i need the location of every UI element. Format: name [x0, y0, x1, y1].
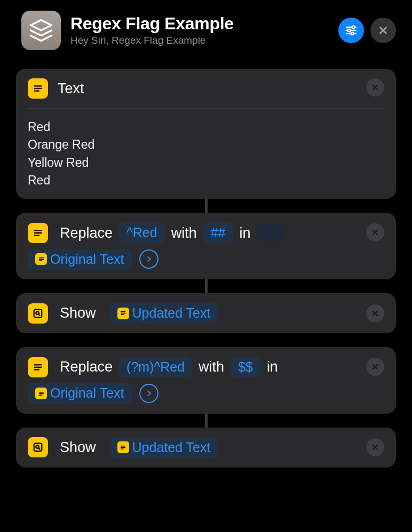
remove-action-button[interactable] [366, 78, 384, 96]
remove-icon [371, 83, 379, 92]
svg-rect-37 [34, 444, 42, 452]
find-pattern-pill[interactable]: (?m)^Red [119, 357, 192, 377]
action-show-result[interactable]: Show Updated Text [16, 428, 396, 467]
action-text[interactable]: Text Red Orange Red Yellow Red Red [16, 69, 396, 199]
title-block: Regex Flag Example Hey Siri, Regex Flag … [70, 14, 332, 46]
close-button[interactable] [370, 18, 396, 43]
disclosure-button[interactable] [139, 249, 159, 269]
text-mini-icon [35, 253, 47, 265]
replace-verb: Replace [60, 359, 113, 375]
disclosure-button[interactable] [139, 384, 159, 403]
remove-icon [371, 228, 379, 237]
preview-icon [28, 437, 48, 457]
action-text-label: Text [58, 80, 84, 97]
siri-phrase: Hey Siri, Regex Flag Example [70, 35, 332, 46]
show-verb: Show [60, 305, 96, 321]
shortcut-icon [21, 11, 61, 50]
target-variable-pill[interactable]: Updated Text [110, 303, 218, 324]
svg-point-4 [348, 29, 351, 32]
text-icon [28, 223, 48, 243]
chevron-right-icon [145, 255, 153, 263]
remove-icon [371, 309, 379, 318]
text-mini-icon [117, 441, 129, 453]
with-word: with [199, 359, 224, 375]
with-word: with [171, 225, 197, 241]
svg-point-3 [352, 26, 355, 29]
svg-line-39 [38, 448, 40, 449]
target-variable-pill[interactable]: Updated Text [110, 437, 218, 458]
remove-icon [371, 443, 379, 452]
text-content[interactable]: Red Orange Red Yellow Red Red [28, 108, 384, 189]
find-pattern-pill[interactable]: ^Red [119, 222, 165, 243]
sliders-icon [345, 24, 358, 37]
text-mini-icon [117, 308, 129, 319]
in-word: in [267, 359, 278, 375]
action-show-result[interactable]: Show Updated Text [16, 293, 396, 333]
connector [205, 199, 208, 213]
text-mini-icon [35, 388, 47, 399]
replacement-pill[interactable]: $$ [231, 357, 260, 377]
source-variable-pill[interactable]: Original Text [28, 383, 132, 404]
remove-action-button[interactable] [366, 304, 384, 323]
remove-action-button[interactable] [366, 358, 384, 376]
remove-action-button[interactable] [366, 438, 384, 456]
shortcut-title: Regex Flag Example [70, 14, 332, 33]
remove-icon [371, 362, 379, 371]
chevron-right-icon [145, 390, 153, 397]
settings-button[interactable] [338, 18, 364, 43]
shortcut-header: Regex Flag Example Hey Siri, Regex Flag … [0, 0, 412, 60]
target-variable-label: Updated Text [132, 439, 211, 456]
source-variable-pill[interactable]: Original Text [28, 249, 132, 270]
preview-icon [28, 303, 48, 324]
in-word: in [239, 225, 250, 241]
text-icon [28, 78, 48, 99]
text-icon [28, 357, 48, 377]
empty-pill[interactable] [257, 224, 283, 242]
svg-rect-21 [34, 309, 42, 317]
connector [205, 279, 208, 293]
replace-verb: Replace [60, 225, 113, 241]
replacement-pill[interactable]: ## [203, 222, 233, 243]
svg-point-5 [351, 33, 354, 35]
action-replace[interactable]: Replace (?m)^Red with $$ in Original Tex… [16, 347, 396, 414]
svg-line-23 [38, 314, 40, 316]
source-variable-label: Original Text [50, 385, 124, 401]
actions-list: Text Red Orange Red Yellow Red Red R [0, 60, 412, 467]
show-verb: Show [60, 439, 96, 456]
action-replace[interactable]: Replace ^Red with ## in Original Text [16, 213, 396, 279]
target-variable-label: Updated Text [132, 305, 211, 321]
source-variable-label: Original Text [50, 251, 124, 268]
close-icon [377, 25, 389, 36]
connector [205, 414, 208, 428]
